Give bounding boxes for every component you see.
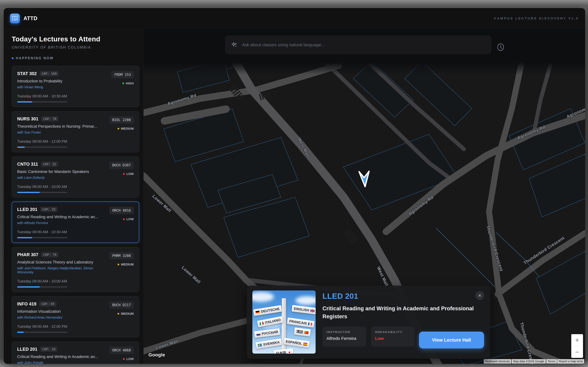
course-instructors: with Joel Finbloom, Narges Hadjesfandiar…	[17, 266, 106, 274]
signpost-pole	[282, 298, 286, 354]
lecture-card[interactable]: PHAR 307 CAP: 76 Analytical Sciences The…	[12, 247, 139, 292]
lecture-card[interactable]: LLED 201 CAP: 25 Critical Reading and Wr…	[12, 202, 139, 243]
language-sign: ENGLISH	[292, 305, 316, 315]
cloud-shape	[252, 292, 274, 302]
lecture-progress-fill	[17, 237, 32, 238]
flag-cn-icon	[304, 331, 309, 334]
flag-it-icon	[259, 322, 264, 325]
language-sign: РУССКИЙ	[254, 328, 280, 338]
terms-link[interactable]: Terms	[546, 359, 557, 364]
lecture-card[interactable]: CNTO 311 CAP: 32 Basic Cantonese for Man…	[12, 156, 139, 198]
search-bar	[225, 36, 491, 54]
sneakability-label: SNEAKABILITY	[375, 330, 411, 334]
report-error-link[interactable]: Report a map error	[557, 359, 584, 364]
lecture-card[interactable]: INFO 419 CAP: 65 Information Visualizati…	[12, 296, 139, 337]
availability-status: HIGH	[122, 82, 134, 85]
course-time: Tuesday 09:00 AM - 10:30 AM	[17, 94, 111, 98]
view-lecture-hall-button[interactable]: View Lecture Hall	[419, 332, 484, 349]
availability-status: MEDIUM	[118, 263, 134, 266]
room-badge: FRDM 153	[111, 71, 134, 78]
availability-label: MEDIUM	[121, 312, 134, 316]
search-input[interactable]	[242, 42, 485, 47]
sneakability-value: Low	[375, 336, 411, 341]
availability-label: LOW	[126, 172, 134, 176]
course-code: LLED 201	[17, 207, 37, 212]
course-instructors: with Alfredo Ferreira	[17, 221, 106, 225]
lecture-progress-fill	[17, 286, 40, 288]
lecture-progress-bar	[17, 286, 67, 288]
room-badge: ORCH 4068	[109, 347, 134, 354]
google-logo[interactable]: Google	[148, 352, 165, 358]
availability-label: MEDIUM	[121, 127, 134, 131]
course-time: Tuesday 09:00 AM - 10:00 AM	[17, 279, 109, 284]
language-sign: DEUTSCHE	[253, 305, 282, 316]
flag-fr-icon	[308, 322, 312, 325]
course-instructors: with Sue Foster	[17, 130, 106, 134]
course-instructors: with Liam Doherty	[17, 176, 106, 180]
lecture-progress-bar	[17, 192, 67, 193]
course-code: STAT 302	[17, 71, 37, 76]
availability-dot-icon	[123, 218, 125, 220]
course-title: Introduction to Probability	[17, 79, 106, 83]
availability-dot-icon	[118, 128, 119, 130]
capacity-badge: CAP: 76	[41, 252, 59, 257]
lecture-progress-fill	[17, 332, 24, 333]
language-sign: ESPAÑOL	[283, 338, 310, 348]
availability-label: HIGH	[126, 82, 134, 85]
availability-status: LOW	[123, 357, 134, 361]
instructor-value: Alfredo Ferreira	[327, 336, 362, 341]
capacity-badge: CAP: 32	[41, 161, 58, 167]
flag-es-icon	[303, 342, 307, 346]
course-code: LLED 201	[17, 347, 37, 352]
keyboard-shortcuts-link[interactable]: Keyboard shortcuts	[484, 359, 511, 364]
room-badge: BIOL 2200	[109, 116, 134, 124]
capacity-badge: CAP: 78	[41, 116, 59, 122]
course-instructors: with Richard Arias Hernandez	[17, 316, 106, 319]
app-title: ATTD	[24, 16, 37, 21]
availability-label: MEDIUM	[121, 263, 134, 266]
lecture-card[interactable]: NURS 301 CAP: 78 Theoretical Perspective…	[12, 111, 139, 152]
history-clock-icon	[496, 43, 505, 51]
happening-now-label: HAPPENING NOW	[12, 56, 139, 60]
close-icon[interactable]: ×	[475, 291, 484, 300]
flag-jp-icon	[287, 351, 292, 354]
room-badge: PHRM 3208	[109, 252, 134, 259]
availability-dot-icon	[122, 83, 124, 84]
course-code: INFO 419	[17, 301, 36, 307]
flag-se-icon	[258, 343, 262, 347]
zoom-in-button[interactable]: +	[571, 334, 583, 346]
availability-dot-icon	[118, 313, 119, 315]
history-clock-button[interactable]	[496, 42, 505, 52]
availability-label: LOW	[126, 357, 134, 361]
language-sign: SVENSKA	[256, 338, 282, 349]
sidebar-title: Today's Lectures to Attend	[12, 35, 139, 43]
lecture-card[interactable]: STAT 302 CAP: 160 Introduction to Probab…	[12, 66, 139, 107]
lecture-progress-fill	[17, 101, 32, 102]
lecture-progress-bar	[17, 147, 67, 148]
room-badge: BUCH D307	[109, 161, 134, 169]
course-time: Tuesday 09:00 AM - 10:00 AM	[17, 184, 109, 189]
cloud-shape	[295, 296, 316, 305]
app-logo	[10, 14, 20, 23]
course-title: Analytical Sciences Theory and Laborator…	[17, 260, 106, 265]
lecture-list: STAT 302 CAP: 160 Introduction to Probab…	[12, 66, 139, 364]
course-title: Information Visualization	[17, 309, 106, 314]
availability-dot-icon	[123, 173, 125, 175]
room-badge: ORCH 4016	[109, 207, 134, 214]
detail-course-title: Critical Reading and Writing in Academic…	[322, 304, 484, 320]
map-zoom-control: + −	[571, 334, 583, 358]
capacity-badge: CAP: 160	[40, 71, 59, 76]
lecture-card[interactable]: LLED 201 CAP: 16 Critical Reading and Wr…	[12, 342, 139, 364]
capacity-badge: CAP: 16	[40, 347, 58, 352]
sidebar-subtitle: UNIVERSITY OF BRITISH COLUMBIA	[12, 45, 139, 50]
zoom-out-button[interactable]: −	[571, 346, 583, 358]
course-instructors: with John Pringle	[17, 361, 106, 364]
availability-status: LOW	[123, 172, 134, 176]
availability-status: LOW	[123, 217, 134, 221]
course-image: DEUTSCHEENGLISHITALIANOFRANCAISРУССКИЙ漢語…	[252, 291, 316, 354]
lecture-progress-fill	[17, 192, 40, 193]
availability-label: LOW	[126, 217, 134, 221]
map-attribution: Keyboard shortcuts Map data ©2026 Google…	[484, 359, 584, 364]
capacity-badge: CAP: 65	[39, 301, 56, 307]
map-pane: Agronomy RdAgronomy RdAgronomy RdAgronom…	[144, 29, 585, 364]
